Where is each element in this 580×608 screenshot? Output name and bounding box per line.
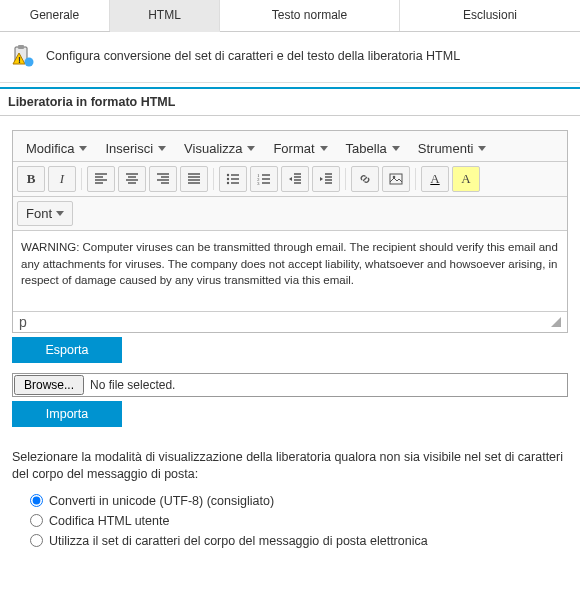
file-input-row: Browse... No file selected. [12, 373, 568, 397]
info-text: Configura conversione del set di caratte… [46, 49, 460, 63]
caret-icon [247, 146, 255, 151]
caret-icon [478, 146, 486, 151]
element-path[interactable]: p [19, 314, 27, 330]
menu-tools[interactable]: Strumenti [409, 135, 496, 161]
menu-view-label: Visualizza [184, 141, 242, 156]
menu-view[interactable]: Visualizza [175, 135, 264, 161]
menu-table-label: Tabella [346, 141, 387, 156]
menu-format-label: Format [273, 141, 314, 156]
tab-html[interactable]: HTML [110, 0, 220, 32]
tab-exclusions[interactable]: Esclusioni [400, 0, 580, 31]
caret-icon [79, 146, 87, 151]
menu-edit-label: Modifica [26, 141, 74, 156]
svg-text:!: ! [18, 55, 21, 65]
section-title: Liberatoria in formato HTML [0, 87, 580, 116]
menu-edit[interactable]: Modifica [17, 135, 96, 161]
toolbar: B I 123 A A [13, 162, 567, 197]
radio-html-user[interactable]: Codifica HTML utente [30, 511, 568, 531]
link-button[interactable] [351, 166, 379, 192]
separator [345, 168, 346, 190]
caret-icon [158, 146, 166, 151]
html-editor: Modifica Inserisci Visualizza Format Tab… [12, 130, 568, 333]
svg-point-7 [227, 182, 229, 184]
menu-tools-label: Strumenti [418, 141, 474, 156]
editor-textarea[interactable]: WARNING: Computer viruses can be transmi… [13, 231, 567, 311]
svg-marker-11 [289, 177, 292, 181]
svg-point-6 [227, 178, 229, 180]
radio-utf8[interactable]: Converti in unicode (UTF-8) (consigliato… [30, 491, 568, 511]
image-button[interactable] [382, 166, 410, 192]
bold-button[interactable]: B [17, 166, 45, 192]
tab-general[interactable]: Generale [0, 0, 110, 31]
menu-format[interactable]: Format [264, 135, 336, 161]
radio-body-charset-input[interactable] [30, 534, 43, 547]
radio-utf8-label: Converti in unicode (UTF-8) (consigliato… [49, 494, 274, 508]
separator [81, 168, 82, 190]
caret-icon [56, 211, 64, 216]
encoding-options: Converti in unicode (UTF-8) (consigliato… [30, 491, 568, 551]
align-left-button[interactable] [87, 166, 115, 192]
outdent-button[interactable] [281, 166, 309, 192]
radio-body-charset[interactable]: Utilizza il set di caratteri del corpo d… [30, 531, 568, 551]
radio-utf8-input[interactable] [30, 494, 43, 507]
status-bar: p [13, 311, 567, 332]
menubar: Modifica Inserisci Visualizza Format Tab… [13, 131, 567, 162]
export-button[interactable]: Esporta [12, 337, 122, 363]
numbered-list-button[interactable]: 123 [250, 166, 278, 192]
clipboard-warning-icon: ! [10, 44, 34, 68]
caret-icon [320, 146, 328, 151]
svg-point-5 [227, 174, 229, 176]
svg-point-4 [25, 58, 34, 67]
radio-html-user-label: Codifica HTML utente [49, 514, 169, 528]
bg-color-button[interactable]: A [452, 166, 480, 192]
svg-marker-12 [320, 177, 323, 181]
menu-table[interactable]: Tabella [337, 135, 409, 161]
caret-icon [392, 146, 400, 151]
align-right-button[interactable] [149, 166, 177, 192]
menu-insert-label: Inserisci [105, 141, 153, 156]
indent-button[interactable] [312, 166, 340, 192]
resize-grip[interactable] [551, 317, 561, 327]
font-family-dropdown[interactable]: Font [17, 201, 73, 226]
tab-plaintext[interactable]: Testo normale [220, 0, 400, 31]
svg-rect-1 [18, 45, 24, 49]
separator [213, 168, 214, 190]
menu-insert[interactable]: Inserisci [96, 135, 175, 161]
info-banner: ! Configura conversione del set di carat… [0, 32, 580, 83]
svg-rect-13 [390, 174, 402, 184]
tabs: Generale HTML Testo normale Esclusioni [0, 0, 580, 32]
radio-html-user-input[interactable] [30, 514, 43, 527]
radio-body-charset-label: Utilizza il set di caratteri del corpo d… [49, 534, 428, 548]
file-status: No file selected. [90, 378, 175, 392]
italic-button[interactable]: I [48, 166, 76, 192]
encoding-help-text: Selezionare la modalità di visualizzazio… [12, 449, 568, 483]
align-justify-button[interactable] [180, 166, 208, 192]
align-center-button[interactable] [118, 166, 146, 192]
import-button[interactable]: Importa [12, 401, 122, 427]
separator [415, 168, 416, 190]
svg-text:3: 3 [257, 181, 260, 186]
bullet-list-button[interactable] [219, 166, 247, 192]
font-label: Font [26, 206, 52, 221]
browse-button[interactable]: Browse... [14, 375, 84, 395]
font-row: Font [13, 197, 567, 231]
text-color-button[interactable]: A [421, 166, 449, 192]
